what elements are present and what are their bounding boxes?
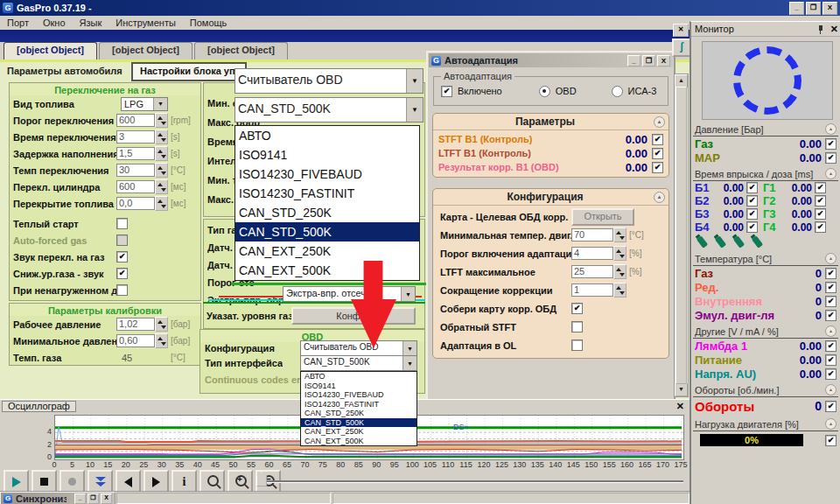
checkbox[interactable] [116,234,128,246]
interface-type-combo[interactable]: CAN_STD_500K ▼ [234,97,424,122]
checkbox[interactable]: ✔ [815,221,826,233]
fuel-type-combo[interactable]: LPG▼ [121,97,168,111]
spinner-control[interactable] [155,333,168,348]
gas-level-config-button[interactable]: Конфиг. [291,307,416,325]
checkbox[interactable]: ✔ [571,303,583,314]
checkbox[interactable]: ✔ [815,195,826,206]
scroll-thumb[interactable] [676,87,687,384]
close-icon[interactable]: ✕ [830,24,838,35]
param-input[interactable]: 600 [116,180,155,193]
spinner-control[interactable] [613,264,626,279]
info-button[interactable]: i [172,470,197,494]
close-button[interactable]: X [657,55,670,66]
minimize-button[interactable]: _ [74,494,86,504]
pin-icon[interactable] [816,24,825,34]
dropdown-option[interactable]: CAN_EXT_250K [301,427,416,437]
menu-item[interactable]: Язык [80,18,102,28]
param-input[interactable]: 3 [116,130,155,144]
dropdown-option[interactable]: CAN_EXT_500K [301,437,416,446]
minimize-button[interactable]: _ [789,2,804,15]
menu-item[interactable]: Помощь [190,18,228,28]
collapse-icon[interactable]: ▴ [825,384,836,396]
minimize-button[interactable]: _ [627,55,640,66]
param-input[interactable]: 0,0 [116,197,155,210]
checkbox[interactable]: ✔ [652,134,663,145]
chevron-down-icon[interactable]: ▼ [406,69,423,93]
checkbox[interactable]: ✔ [746,208,758,220]
checkbox[interactable]: ✔ [825,435,836,446]
spinner-control[interactable] [155,146,168,161]
menu-item[interactable]: Инструменты [116,18,176,28]
dropdown-option[interactable]: CAN_STD_250K [235,203,419,222]
param-input[interactable]: 1,02 [116,318,155,331]
obd-config-combo[interactable]: Считыватель OBD ▼ [300,340,417,356]
spinner-control[interactable] [155,179,168,194]
dropdown-option[interactable]: ISO9141 [235,145,419,164]
checkbox[interactable] [116,218,128,229]
checkbox[interactable]: ✔ [825,368,836,380]
close-button[interactable]: X [822,2,837,15]
dropdown-option[interactable]: ISO9141 [301,382,416,391]
obd-iface-combo[interactable]: CAN_STD_500K ▼ [300,355,417,371]
zoom-in-button[interactable] [228,470,253,494]
checkbox[interactable]: ✔ [825,282,836,293]
dropdown-option[interactable]: CAN_EXT_500K [235,261,419,280]
skip-down-button[interactable] [88,470,113,494]
checkbox[interactable]: ✔ [116,251,128,262]
collapse-icon[interactable]: ▴ [825,123,836,135]
dropdown-option[interactable]: ISO14230_FASTINIT [301,400,416,410]
restore-button[interactable]: ❐ [88,494,99,504]
enabled-checkbox[interactable]: ✔ [441,86,452,97]
checkbox[interactable]: ✔ [825,152,836,164]
tab-Параметры[interactable]: [object Object] [4,42,97,60]
obd-reader-combo[interactable]: Считыватель OBD ▼ [234,68,424,94]
checkbox[interactable]: ✔ [746,221,758,233]
checkbox[interactable]: ✔ [825,268,836,279]
dropdown-option[interactable]: ISO14230_FIVEBAUD [301,390,416,400]
spinner-control[interactable] [613,228,626,242]
dropdown-option[interactable]: АВТО [301,372,416,382]
isa3-radio[interactable] [612,86,623,97]
zoom-button[interactable] [200,470,225,494]
checkbox[interactable] [116,284,128,296]
chevron-down-icon[interactable]: ▼ [402,356,416,370]
scroll-up-icon[interactable]: ▲ [675,74,688,88]
obd-radio[interactable] [539,86,550,97]
checkbox[interactable]: ✔ [825,340,836,352]
dropdown-option[interactable]: ISO14230_FASTINIT [235,184,419,203]
chevron-down-icon[interactable]: ▼ [401,287,415,301]
checkbox[interactable]: ✔ [815,208,826,220]
collapse-icon[interactable]: ▴ [825,418,836,430]
scroll-down-icon[interactable]: ▼ [675,383,688,396]
spinner-control[interactable] [613,283,626,298]
collapse-icon[interactable]: ▴ [825,253,836,264]
collapse-icon[interactable]: ▴ [825,168,836,179]
tab-Карты[interactable]: [object Object] [99,42,192,60]
dropdown-option[interactable]: ISO14230_FIVEBAUD [235,164,419,184]
timeline-slider-track[interactable] [258,480,683,483]
checkbox[interactable]: ✔ [746,195,758,206]
close-button[interactable]: X [101,494,112,504]
param-input[interactable]: 30 [116,164,155,177]
checkbox[interactable]: ✔ [746,182,758,193]
checkbox[interactable]: ✔ [652,162,663,173]
spinner-control[interactable] [155,163,168,178]
checkbox[interactable]: ✔ [652,148,663,159]
config-input[interactable]: 1 [571,284,613,297]
spinner-control[interactable] [155,130,168,144]
spinner-control[interactable] [613,246,626,261]
config-input[interactable]: 25 [571,265,613,278]
checkbox[interactable]: ✔ [815,182,826,193]
restore-button[interactable]: ❐ [806,2,821,15]
thermometer-icon[interactable]: ʃ [672,38,691,57]
dropdown-option[interactable]: CAN_STD_250K [301,409,416,418]
spinner-control[interactable] [155,113,168,128]
spinner-control[interactable] [155,317,168,332]
sync-window[interactable]: G Синхрониза _ ❐ X [0,492,116,504]
next-button[interactable] [144,470,169,494]
dropdown-option[interactable]: CAN_EXT_250K [235,242,419,261]
play-button[interactable] [4,470,29,494]
checkbox[interactable] [571,321,583,332]
checkbox[interactable]: ✔ [825,296,836,307]
menu-item[interactable]: Окно [43,18,66,28]
